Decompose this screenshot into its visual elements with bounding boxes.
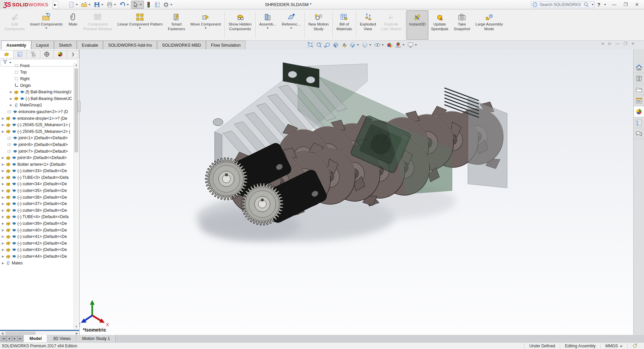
open-button[interactable] [80,1,92,8]
tree-item[interactable]: ▶Boitier arriere<1> (Default< [0,161,74,168]
restore-button[interactable]: ❐ [621,1,630,8]
tree-item[interactable]: ▶(-) cutter<36> (Default<<De [0,194,74,201]
help-caret[interactable] [604,4,606,5]
expand-arrow-icon[interactable]: ▶ [1,163,5,166]
close-button[interactable]: ✕ [633,1,641,8]
expand-arrow-icon[interactable]: ▶ [1,261,5,265]
panel-tab-configurationmanager[interactable] [27,50,40,58]
dropdown-caret[interactable] [402,44,405,46]
shredder-3d-model[interactable]: X Z [79,49,633,335]
taskpane-appearances-button[interactable] [634,106,644,117]
expand-arrow-icon[interactable]: ▶ [1,229,5,232]
tab-nav-prev-icon[interactable]: ◀ [6,336,12,341]
doc-restore-icon[interactable]: ❐ [624,41,627,46]
undo-button[interactable] [118,1,130,8]
minimize-button[interactable]: — [610,1,619,8]
expand-arrow-icon[interactable]: ▶ [1,215,5,218]
panel-tabs-overflow[interactable]: ❯ [67,50,79,58]
tree-item[interactable]: ▶(f) Ball-Bearing-HousingU [0,89,74,95]
expand-arrow-icon[interactable]: ▶ [1,255,5,258]
tab-nav-last-icon[interactable]: ▶| [18,336,23,341]
dropdown-caret[interactable] [76,4,78,5]
zoom-fit-button[interactable] [307,41,314,49]
tree-item[interactable]: Right [0,76,74,82]
model-render[interactable]: X Z [79,49,633,335]
tree-item[interactable]: ▶(-) cutter<40> (Default<<De [0,227,74,234]
tree-item[interactable]: ▶(-) cutter<42> (Default<<De [0,240,74,247]
dropdown-caret[interactable] [415,44,417,46]
dropdown-caret[interactable] [101,4,103,5]
expand-arrow-icon[interactable]: ▶ [1,176,5,179]
tree-item[interactable]: ▶Mates [0,260,74,266]
search-scope-caret[interactable] [592,4,594,5]
tab-nav-first-icon[interactable]: |◀ [1,336,6,341]
expand-arrow-icon[interactable]: ▶ [1,117,5,120]
dropdown-caret[interactable] [382,44,384,46]
help-search-box[interactable]: ? [531,1,595,8]
dropdown-caret[interactable] [170,4,172,5]
tab-assembly[interactable]: Assembly [1,41,31,49]
expand-arrow-icon[interactable]: ▶ [1,196,5,199]
tree-item[interactable]: ▶(-) cutter<37> (Default<<De [0,200,74,207]
panel-tab-displaymanager[interactable] [54,50,67,58]
panel-splitter-grip[interactable] [77,101,80,112]
scroll-down-icon[interactable]: ▼ [74,324,79,329]
linear-component-pattern-button[interactable]: Linear Component Pattern [115,10,165,40]
move-component-button[interactable]: Move Component [188,10,224,40]
tree-item[interactable]: ▶(-) cutter<34> (Default<<De [0,181,74,188]
exploded-view-button[interactable]: ExplodedView [357,10,379,40]
annotation-views-button[interactable]: A [340,41,348,49]
expand-arrow-icon[interactable]: ▶ [1,182,5,186]
tree-item[interactable]: ▶(-) cutter<43> (Default<<De [0,247,74,253]
tree-item[interactable]: Front [0,62,74,69]
tab-solidworks-mbd[interactable]: SOLIDWORKS MBD [157,41,206,49]
tree-item[interactable]: ▶entonoire-droşte<1>->? (De [0,115,74,122]
assemb--button[interactable]: Assemb... [257,10,279,40]
view-orientation-button[interactable] [349,41,360,49]
rebuild-button[interactable] [145,1,153,8]
instant3d-button[interactable]: Instant3D [407,10,428,40]
expand-arrow-icon[interactable]: ▶ [1,130,5,133]
tree-item[interactable]: joint<1> (Default<<Default> [0,135,74,142]
tree-item[interactable]: Top [0,69,74,76]
expand-arrow-icon[interactable]: ▶ [1,235,5,238]
tab-evaluate[interactable]: Evaluate [77,41,103,49]
section-view-button[interactable] [332,41,339,49]
expand-arrow-icon[interactable]: ▶ [9,90,13,94]
units-selector[interactable]: MMGS [600,343,627,349]
dropdown-caret[interactable] [139,28,141,29]
tag-button[interactable] [627,343,642,349]
hide-show-items-button[interactable] [374,41,385,49]
dropdown-caret[interactable] [45,28,47,29]
tree-item[interactable]: ▶(-) 25045-S25_Mekanex<2> ( [0,128,74,135]
tree-item[interactable]: Origin [0,82,74,89]
tree-item[interactable]: ▶(-) cutter<41> (Default<<De [0,233,74,240]
hscroll-thumb[interactable] [5,332,36,335]
tree-item[interactable]: ▶(-) Ball-Bearing-SleeveUC [0,95,74,102]
save-button[interactable] [93,1,105,8]
dropdown-caret[interactable] [290,28,292,29]
insert-components-button[interactable]: Insert Components [27,10,65,40]
expand-arrow-icon[interactable]: ▶ [1,202,5,205]
expand-arrow-icon[interactable]: ▶ [1,156,5,159]
expand-arrow-icon[interactable]: ▶ [1,189,5,192]
bottom-tab-model[interactable]: Model [24,335,47,342]
zoom-area-button[interactable] [315,41,323,49]
bottom-tab-motion-study-1[interactable]: Motion Study 1 [76,335,116,342]
tree-item[interactable]: joint<6> (Default<<Default> [0,141,74,148]
bill-of-materials-button[interactable]: Bill ofMaterials [334,10,355,40]
file-properties-button[interactable] [153,1,161,8]
expand-arrow-icon[interactable]: ▶ [1,169,5,172]
expand-arrow-icon[interactable]: ▶ [1,222,5,225]
scroll-up-icon[interactable]: ▲ [74,62,79,67]
expand-arrow-icon[interactable]: ▶ [1,209,5,212]
tree-item[interactable]: joint<7> (Default<<Default> [0,148,74,155]
taskpane-home-button[interactable] [634,62,644,73]
tree-item[interactable]: ▶(-) cutter<44> (Default<<De [0,253,74,260]
expand-arrow-icon[interactable]: ▶ [1,248,5,251]
show-hidden-components-button[interactable]: Show HiddenComponents [226,10,254,40]
taskpane-design-library-button[interactable] [634,73,644,84]
taskpane-file-explorer-button[interactable] [634,84,644,95]
search-input[interactable] [539,2,582,7]
tree-item[interactable]: ▶(-) cutter<38> (Default<<De [0,207,74,214]
